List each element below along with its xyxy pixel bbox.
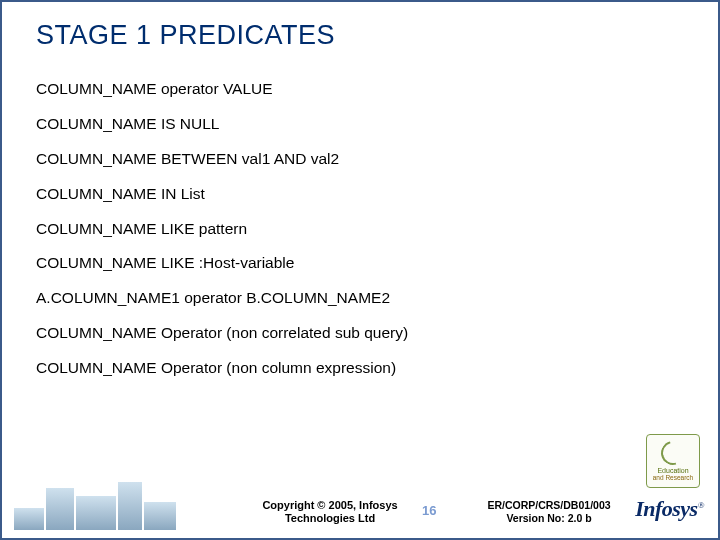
registered-mark: ® [698,500,704,510]
building-icon [118,482,142,530]
list-item: COLUMN_NAME IN List [36,184,684,203]
building-icon [144,502,176,530]
copyright-line2: Technologies Ltd [250,512,410,526]
page-number: 16 [422,503,436,518]
list-item: COLUMN_NAME IS NULL [36,114,684,133]
list-item: COLUMN_NAME operator VALUE [36,79,684,98]
copyright-line1: Copyright © 2005, Infosys [250,499,410,513]
list-item: COLUMN_NAME LIKE pattern [36,219,684,238]
footer-buildings-graphic [14,474,180,530]
infosys-logo: Infosys® [635,496,704,522]
predicate-list: COLUMN_NAME operator VALUE COLUMN_NAME I… [36,79,684,377]
infosys-logo-text: Infosys [635,496,698,521]
building-icon [14,508,44,530]
doc-code-line1: ER/CORP/CRS/DB01/003 [478,499,620,513]
building-icon [76,496,116,530]
copyright-block: Copyright © 2005, Infosys Technologies L… [250,499,410,527]
doc-code-line2: Version No: 2.0 b [478,512,620,526]
slide-footer: Copyright © 2005, Infosys Technologies L… [2,466,718,538]
list-item: A.COLUMN_NAME1 operator B.COLUMN_NAME2 [36,288,684,307]
badge-swirl-icon [657,437,690,470]
list-item: COLUMN_NAME LIKE :Host-variable [36,253,684,272]
building-icon [46,488,74,530]
list-item: COLUMN_NAME BETWEEN val1 AND val2 [36,149,684,168]
slide-title: STAGE 1 PREDICATES [36,20,684,51]
doc-code-block: ER/CORP/CRS/DB01/003 Version No: 2.0 b [478,499,620,526]
slide-container: STAGE 1 PREDICATES COLUMN_NAME operator … [0,0,720,540]
list-item: COLUMN_NAME Operator (non correlated sub… [36,323,684,342]
list-item: COLUMN_NAME Operator (non column express… [36,358,684,377]
